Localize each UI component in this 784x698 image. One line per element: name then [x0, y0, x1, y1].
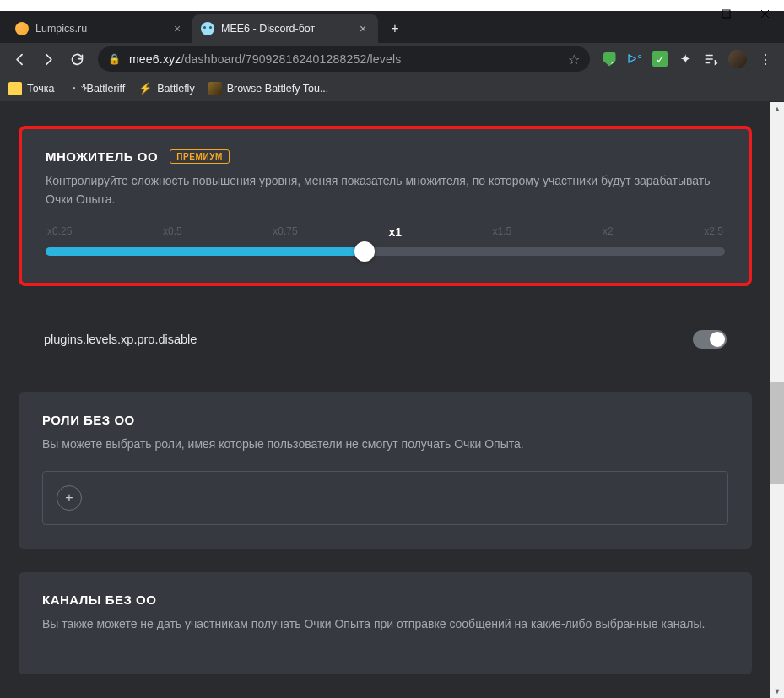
close-tab-icon[interactable]: × [356, 22, 370, 35]
no-xp-roles-section: РОЛИ БЕЗ ОО Вы можете выбрать роли, имея… [19, 392, 752, 549]
roles-selector-box: + [42, 471, 728, 525]
favicon-mee6 [201, 22, 214, 35]
tab-lumpics[interactable]: Lumpics.ru × [7, 14, 192, 43]
bookmark-item[interactable]: Battleriff [68, 82, 126, 95]
titlebar [0, 0, 784, 11]
scrollbar-track[interactable]: ▲ ▼ [770, 102, 784, 698]
page-content: МНОЖИТЕЛЬ ОО ПРЕМИУМ Контролируйте сложн… [0, 102, 784, 698]
scroll-up-button[interactable]: ▲ [770, 102, 784, 116]
section-title: МНОЖИТЕЛЬ ОО [46, 149, 158, 164]
section-description: Вы можете выбрать роли, имея которые пол… [42, 436, 728, 454]
toggle-thumb [710, 332, 725, 347]
premium-badge: ПРЕМИУМ [170, 149, 230, 164]
profile-avatar[interactable] [728, 50, 747, 68]
reading-list-icon[interactable] [702, 51, 719, 68]
toggle-label: plugins.levels.xp.pro.disable [44, 333, 197, 346]
section-title: КАНАЛЫ БЕЗ ОО [42, 592, 156, 607]
bookmark-star-icon[interactable]: ☆ [568, 51, 580, 68]
scroll-down-button[interactable]: ▼ [770, 684, 784, 698]
tab-title: MEE6 - Discord-бот [221, 23, 353, 35]
tab-strip: Lumpics.ru × MEE6 - Discord-бот × + [0, 11, 784, 43]
bookmark-favicon [68, 82, 82, 95]
forward-button[interactable] [35, 46, 61, 72]
maximize-button[interactable] [706, 0, 745, 27]
browser-menu-button[interactable]: ⋮ [754, 51, 777, 68]
browser-window: Lumpics.ru × MEE6 - Discord-бот × + 🔒 me… [0, 0, 784, 698]
scrollbar-thumb[interactable] [770, 382, 784, 484]
xp-multiplier-section: МНОЖИТЕЛЬ ОО ПРЕМИУМ Контролируйте сложн… [19, 126, 752, 286]
no-xp-channels-section: КАНАЛЫ БЕЗ ОО Вы также можете не дать уч… [19, 572, 752, 674]
bookmark-item[interactable]: Browse Battlefy Tou... [208, 82, 329, 95]
slider-fill [46, 247, 365, 256]
favicon-lumpics [15, 22, 29, 35]
slider-mark: x0.75 [273, 225, 297, 239]
slider-labels: x0.25 x0.5 x0.75 x1 x1.5 x2 x2.5 [46, 225, 725, 239]
xp-pro-disable-row: plugins.levels.xp.pro.disable [19, 310, 752, 369]
slider-mark: x0.5 [163, 225, 182, 239]
address-bar[interactable]: 🔒 mee6.xyz/dashboard/790928162401288252/… [98, 46, 590, 72]
adblock-shield-icon[interactable]: 2 [601, 51, 618, 68]
close-tab-icon[interactable]: × [170, 22, 184, 35]
browser-toolbar: 🔒 mee6.xyz/dashboard/790928162401288252/… [0, 43, 784, 75]
xp-pro-disable-toggle[interactable] [693, 330, 727, 349]
new-tab-button[interactable]: + [383, 17, 407, 41]
bookmark-label: Точка [27, 83, 55, 95]
slider-mark: x1.5 [493, 225, 512, 239]
section-description: Вы также можете не дать участникам получ… [42, 615, 728, 634]
section-description: Контролируйте сложность повышения уровня… [46, 172, 725, 208]
extension-icon[interactable]: ᐅ° [626, 51, 643, 68]
slider-mark: x0.25 [47, 225, 72, 239]
bookmark-label: Browse Battlefy Tou... [227, 83, 329, 95]
checkmark-extension-icon[interactable]: ✓ [652, 51, 668, 68]
svg-rect-0 [722, 10, 730, 18]
close-window-button[interactable] [745, 0, 784, 27]
bookmark-favicon [208, 82, 222, 95]
section-title: РОЛИ БЕЗ ОО [42, 413, 135, 427]
slider-mark: x2 [603, 225, 614, 239]
tab-mee6[interactable]: MEE6 - Discord-бот × [192, 14, 378, 43]
xp-multiplier-slider[interactable] [46, 247, 725, 256]
bookmark-favicon [8, 82, 22, 95]
extensions-puzzle-icon[interactable]: ✦ [677, 51, 694, 68]
url-text: mee6.xyz/dashboard/790928162401288252/le… [129, 52, 402, 66]
bookmark-item[interactable]: Точка [8, 82, 55, 95]
back-button[interactable] [7, 46, 32, 72]
tab-title: Lumpics.ru [35, 23, 167, 35]
slider-mark: x2.5 [704, 225, 723, 239]
slider-mark-active: x1 [388, 225, 402, 239]
add-role-button[interactable]: + [57, 485, 82, 511]
lock-icon: 🔒 [108, 53, 121, 65]
window-controls [668, 0, 784, 27]
bookmark-item[interactable]: Battlefly [138, 82, 194, 95]
bookmark-label: Battlefly [157, 83, 194, 95]
bookmark-favicon [138, 82, 152, 95]
reload-button[interactable] [64, 46, 89, 72]
slider-thumb[interactable] [354, 241, 375, 262]
minimize-button[interactable] [668, 0, 706, 27]
page-content-wrap: ▲ ▼ МНОЖИТЕЛЬ ОО ПРЕМИУМ Контролируйте с… [0, 102, 784, 698]
bookmarks-bar: Точка Battleriff Battlefly Browse Battle… [0, 75, 784, 102]
